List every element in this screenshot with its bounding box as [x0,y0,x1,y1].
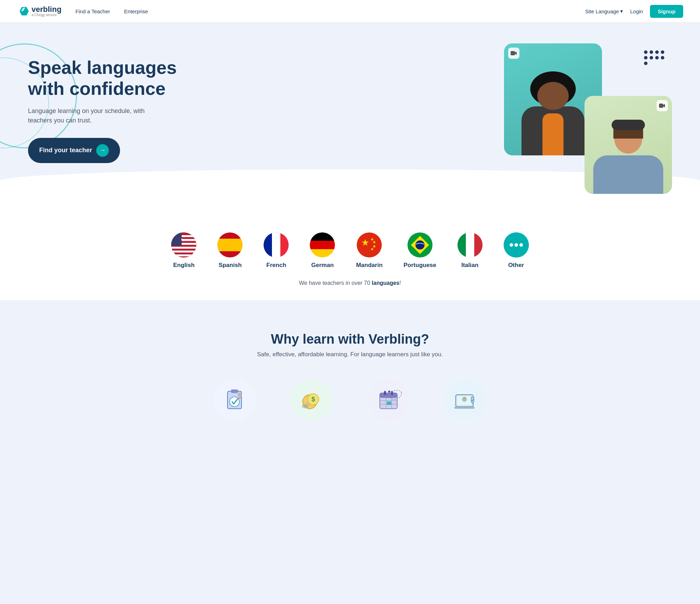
svg-rect-40 [231,389,238,393]
svg-rect-2 [511,51,515,55]
why-title: Why learn with Verbling? [28,332,672,347]
hero-section: Speak languages with confidence Language… [0,22,700,211]
svg-rect-6 [171,239,196,241]
nav-left: verbling a Chegg service Find a Teacher … [17,5,148,17]
calendar-icon [368,379,410,421]
language-name-other: Other [508,262,524,269]
why-subtitle: Safe, effective, affordable learning. Fo… [28,351,672,358]
svg-rect-9 [171,251,196,253]
svg-rect-60 [454,407,475,409]
flag-italian [457,232,483,258]
svg-rect-50 [384,391,386,395]
svg-rect-21 [310,232,335,241]
language-portuguese[interactable]: Portuguese [404,232,436,269]
language-german[interactable]: German [310,232,335,269]
svg-point-31 [415,240,425,250]
hero-title: Speak languages with confidence [28,57,203,99]
svg-point-37 [514,243,518,247]
language-name-mandarin: Mandarin [356,262,383,269]
svg-point-42 [238,393,242,397]
svg-rect-3 [659,104,663,108]
language-name-french: French [266,262,286,269]
navbar: verbling a Chegg service Find a Teacher … [0,0,700,22]
why-features-grid: $ [28,379,672,421]
site-language-dropdown[interactable]: Site Language ▾ [585,8,623,14]
language-name-portuguese: Portuguese [404,262,436,269]
svg-point-58 [388,391,390,393]
fr-flag-svg [264,232,289,258]
money-icon: $ [290,379,332,421]
es-flag-svg [217,232,243,258]
svg-rect-49 [380,393,397,398]
feature-affordable: $ [284,379,340,421]
logo-sub: a Chegg service [31,13,62,17]
language-mandarin[interactable]: ★ ★ ★ ★ ★ Mandarin [356,232,383,269]
svg-text:★: ★ [361,237,369,248]
flag-mandarin: ★ ★ ★ ★ ★ [357,232,382,258]
language-name-english: English [173,262,195,269]
dots-decoration [644,50,665,65]
language-name-spanish: Spanish [218,262,241,269]
svg-text:$: $ [312,396,315,403]
nav-enterprise[interactable]: Enterprise [124,8,148,14]
svg-rect-19 [272,232,280,258]
flag-spanish [217,232,243,258]
languages-section: ★★★★★ ★★★★ English Spanish [0,211,700,300]
language-name-german: German [311,262,334,269]
arrow-icon: → [96,144,109,157]
svg-rect-16 [217,239,243,251]
flag-french [264,232,289,258]
svg-point-23 [357,232,382,258]
svg-point-38 [519,243,523,247]
svg-rect-8 [171,247,196,249]
svg-text:★★★★★: ★★★★★ [171,238,183,241]
it-flag-svg [457,232,483,258]
svg-rect-10 [171,254,196,257]
video-camera-icon-2 [657,100,668,111]
svg-rect-18 [264,232,272,258]
logo-icon [17,5,29,17]
laptop-icon [444,379,486,421]
language-french[interactable]: French [264,232,289,269]
svg-rect-34 [466,232,474,258]
hero-subtitle: Language learning on your schedule, with… [28,106,161,125]
svg-point-63 [463,397,465,399]
hero-images [490,43,672,204]
verified-icon [214,379,255,421]
teacher-card-2 [584,96,672,194]
logo[interactable]: verbling a Chegg service [17,5,62,17]
language-italian[interactable]: Italian [457,232,483,269]
flag-german [310,232,335,258]
svg-rect-7 [171,243,196,245]
languages-grid: ★★★★★ ★★★★ English Spanish [28,232,672,269]
language-name-italian: Italian [461,262,478,269]
flag-english: ★★★★★ ★★★★ [171,232,196,258]
br-flag-svg [407,232,433,258]
feature-online [438,379,493,421]
flag-other [504,232,529,258]
why-section: Why learn with Verbling? Safe, effective… [0,307,700,445]
nav-right: Site Language ▾ Login Signup [585,5,683,18]
languages-tagline: We have teachers in over 70 languages! [28,280,672,286]
language-english[interactable]: ★★★★★ ★★★★ English [171,232,196,269]
language-other[interactable]: Other [504,232,529,269]
svg-rect-5 [171,235,196,237]
login-button[interactable]: Login [630,8,643,14]
svg-rect-33 [457,232,466,258]
hero-content: Speak languages with confidence Language… [28,43,203,163]
cn-flag-svg: ★ ★ ★ ★ ★ [357,232,382,258]
us-flag-svg: ★★★★★ ★★★★ [171,232,196,258]
other-icon-svg [504,232,529,258]
de-flag-svg [310,232,335,258]
chevron-down-icon: ▾ [620,8,623,14]
svg-rect-11 [171,232,182,246]
svg-rect-22 [310,241,335,249]
signup-button[interactable]: Signup [650,5,683,18]
nav-find-teacher[interactable]: Find a Teacher [76,8,110,14]
feature-schedule [360,379,416,421]
svg-point-47 [302,404,309,408]
language-spanish[interactable]: Spanish [217,232,243,269]
feature-verified [206,379,262,421]
find-teacher-button[interactable]: Find your teacher → [28,138,120,163]
svg-point-36 [510,243,513,247]
